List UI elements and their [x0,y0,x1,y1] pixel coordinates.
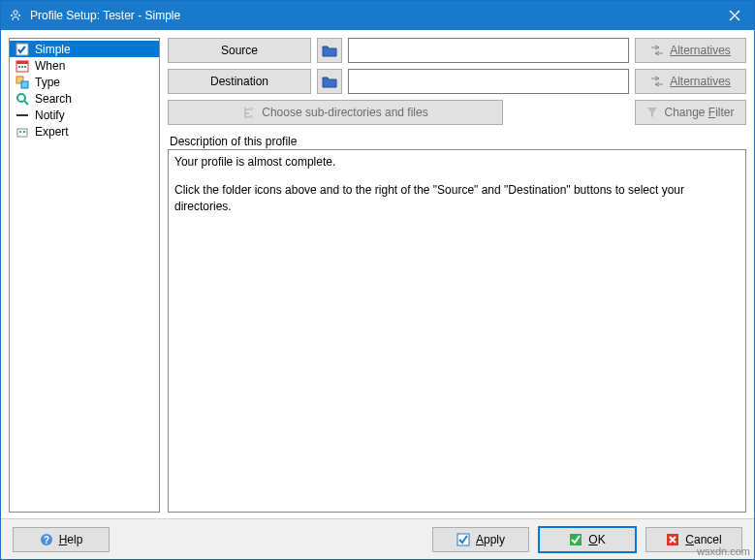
ok-button[interactable]: OK [539,527,636,552]
ok-icon [569,533,582,546]
choose-subdirectories-button[interactable]: Choose sub-directories and files [168,100,503,125]
description-group: Description of this profile Your profile… [168,135,746,513]
close-button[interactable] [715,1,754,30]
notify-icon [16,109,29,122]
sidebar-item-search[interactable]: Search [10,90,159,107]
source-row: Source Alternatives [168,38,746,63]
svg-rect-14 [19,131,21,133]
help-label: Help [59,533,83,546]
expert-icon [16,125,29,139]
destination-button[interactable]: Destination [168,69,311,94]
svg-rect-13 [17,129,27,137]
destination-path-input[interactable] [348,69,629,94]
description-line-2: Click the folder icons above and to the … [174,182,739,215]
destination-folder-button[interactable] [317,69,342,94]
alternatives-icon [650,45,664,56]
main-panel: Source Alternatives Destination [168,38,746,513]
sidebar-item-label: Type [35,76,60,89]
description-box: Your profile is almost complete. Click t… [168,149,746,513]
description-label: Description of this profile [168,135,746,149]
type-icon [16,76,29,89]
sidebar-item-label: Notify [35,109,65,122]
tree-icon [242,106,256,119]
destination-alternatives-button[interactable]: Alternatives [635,69,746,94]
filter-icon [646,107,658,118]
source-folder-button[interactable] [317,38,342,63]
sidebar-item-label: Search [35,92,72,106]
when-icon [16,59,29,73]
svg-point-11 [17,94,25,102]
sidebar-item-type[interactable]: Type [10,74,159,90]
alternatives-icon [650,76,664,87]
close-icon [729,10,740,21]
ok-label: OK [588,533,605,546]
sidebar-item-label: Simple [35,43,71,56]
sidebar-item-expert[interactable]: Expert [10,123,159,140]
svg-text:?: ? [44,535,49,545]
apply-label: Apply [476,533,505,546]
help-button[interactable]: ? Help [13,527,110,552]
source-path-input[interactable] [348,38,629,63]
change-filter-button[interactable]: Change Filter [635,100,746,125]
sidebar-item-when[interactable]: When [10,57,159,74]
simple-icon [16,43,29,56]
svg-rect-16 [249,108,253,110]
source-button-label: Source [221,44,258,57]
svg-point-1 [11,15,13,16]
alternatives-label: Alternatives [670,44,731,57]
help-icon: ? [40,533,53,546]
svg-rect-12 [16,114,28,116]
footer: ? Help Apply OK Cancel [1,518,754,559]
svg-rect-5 [16,61,28,64]
svg-rect-6 [18,66,20,68]
search-icon [16,92,29,106]
folder-icon [322,44,337,57]
sidebar: Simple When Type Search Notify Expert [9,38,160,513]
svg-point-0 [14,11,17,15]
change-filter-label: Change Filter [664,106,734,119]
apply-button[interactable]: Apply [432,527,529,552]
svg-rect-10 [21,81,28,88]
watermark: wsxdn.com [697,545,750,557]
apply-icon [456,533,470,546]
cancel-label: Cancel [685,533,721,546]
svg-point-2 [18,15,20,16]
svg-rect-8 [24,66,26,68]
destination-button-label: Destination [210,75,268,88]
svg-rect-17 [249,115,253,118]
app-icon [9,9,22,22]
svg-rect-15 [23,131,25,133]
description-line-1: Your profile is almost complete. [174,154,739,171]
alternatives-label: Alternatives [670,75,731,88]
svg-rect-7 [21,66,23,68]
actions-row: Choose sub-directories and files Change … [168,100,746,125]
source-button[interactable]: Source [168,38,311,63]
sidebar-item-notify[interactable]: Notify [10,107,159,123]
sidebar-item-simple[interactable]: Simple [10,41,159,57]
sidebar-item-label: When [35,59,65,73]
folder-icon [322,75,337,88]
body: Simple When Type Search Notify Expert [1,30,754,518]
destination-row: Destination Alternatives [168,69,746,94]
window: Profile Setup: Tester - Simple Simple Wh… [0,0,755,560]
titlebar: Profile Setup: Tester - Simple [1,1,754,30]
cancel-icon [666,533,679,546]
window-title: Profile Setup: Tester - Simple [30,9,715,22]
source-alternatives-button[interactable]: Alternatives [635,38,746,63]
choose-sub-label: Choose sub-directories and files [262,106,427,119]
sidebar-item-label: Expert [35,125,69,139]
